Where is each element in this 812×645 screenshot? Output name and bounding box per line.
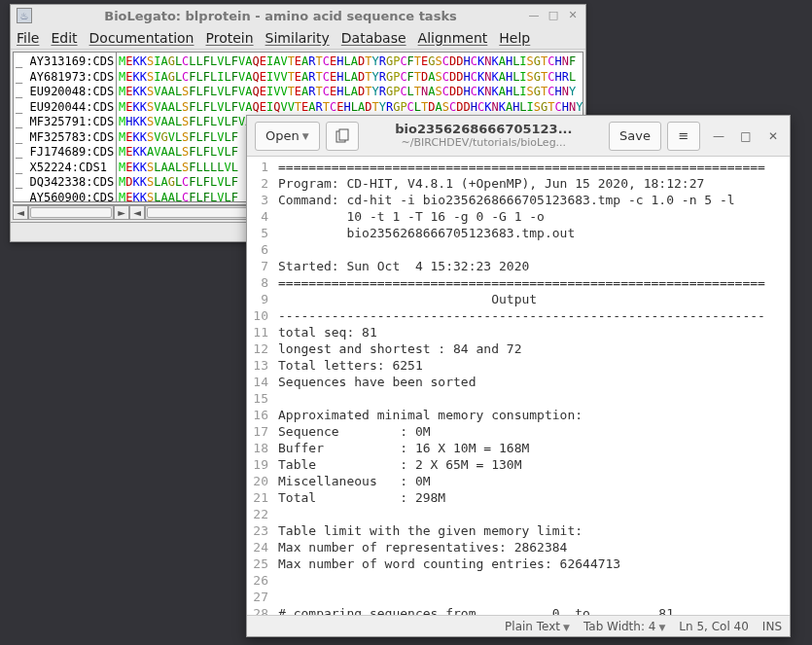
biolegato-menubar: File Edit Documentation Protein Similari… xyxy=(11,26,585,50)
sequence-label[interactable]: X52224:CDS1 xyxy=(16,161,116,176)
cursor-position[interactable]: Ln 5, Col 40 xyxy=(679,620,749,633)
chevron-down-icon: ▼ xyxy=(302,131,309,141)
chevron-down-icon: ▼ xyxy=(563,623,570,632)
chevron-down-icon: ▼ xyxy=(658,623,665,632)
sequence-row[interactable]: MEKKSIAGLCLLFLVLFVAQEIAVTEARTCEHLADTYRGP… xyxy=(119,54,583,70)
sequence-label[interactable]: EU920048:CDS xyxy=(16,85,116,100)
hamburger-icon: ≡ xyxy=(679,128,689,143)
menu-help[interactable]: Help xyxy=(499,30,530,46)
menu-file[interactable]: File xyxy=(17,30,39,46)
biolegato-title: BioLegato: blprotein - amino acid sequen… xyxy=(40,9,521,23)
sequence-row[interactable]: MEKKSVAALSFLFLVLFVAQEIVVTEARTCEHLADTYRGP… xyxy=(119,85,583,100)
sequence-label[interactable]: EU920044:CDS xyxy=(16,100,116,116)
syntax-selector[interactable]: Plain Text▼ xyxy=(505,620,570,633)
tabwidth-selector[interactable]: Tab Width: 4▼ xyxy=(583,620,665,633)
menu-similarity[interactable]: Similarity xyxy=(265,30,330,46)
menu-documentation[interactable]: Documentation xyxy=(89,30,194,46)
sequence-label[interactable]: DQ342338:CDS xyxy=(16,175,116,191)
editor-filename: bio2356268666705123... xyxy=(365,123,603,136)
close-button[interactable]: ✕ xyxy=(566,9,580,22)
sequence-label[interactable]: MF325783:CDS xyxy=(16,130,116,146)
sequence-label[interactable]: AY681973:CDS xyxy=(16,70,116,86)
editor-titlebar[interactable]: Open▼ bio2356268666705123... ~/BIRCHDEV/… xyxy=(247,116,790,157)
sequence-labels[interactable]: AY313169:CDSAY681973:CDSEU920048:CDSEU92… xyxy=(14,53,117,201)
editor-body: 1 2 3 4 5 6 7 8 9 10 11 12 13 14 15 16 1… xyxy=(247,157,790,615)
maximize-button[interactable]: □ xyxy=(547,9,560,22)
editor-statusbar: Plain Text▼ Tab Width: 4▼ Ln 5, Col 40 I… xyxy=(247,615,790,636)
svg-rect-1 xyxy=(339,129,348,140)
close-button[interactable]: ✕ xyxy=(764,129,782,143)
menu-database[interactable]: Database xyxy=(341,30,406,46)
insert-mode[interactable]: INS xyxy=(762,620,782,633)
menu-alignment[interactable]: Alignment xyxy=(418,30,488,46)
label-scrollbar[interactable] xyxy=(28,205,114,220)
line-number-gutter: 1 2 3 4 5 6 7 8 9 10 11 12 13 14 15 16 1… xyxy=(247,157,274,615)
hamburger-menu-button[interactable]: ≡ xyxy=(667,122,700,151)
editor-window: Open▼ bio2356268666705123... ~/BIRCHDEV/… xyxy=(246,115,791,637)
scroll-right-icon[interactable]: ► xyxy=(114,205,129,220)
java-icon: ♨ xyxy=(17,8,32,23)
save-button[interactable]: Save xyxy=(609,122,661,151)
maximize-button[interactable]: □ xyxy=(737,129,755,143)
syntax-label: Plain Text xyxy=(505,620,560,633)
editor-title-area: bio2356268666705123... ~/BIRCHDEV/tutori… xyxy=(365,123,603,150)
new-document-icon xyxy=(335,128,350,144)
new-tab-button[interactable] xyxy=(326,122,359,151)
sequence-row[interactable]: MEKKSVAALSFLFLVLFVAQEIQVVTEARTCEHLADTYRG… xyxy=(119,100,583,116)
scroll-left-icon[interactable]: ◄ xyxy=(13,205,28,220)
minimize-button[interactable]: — xyxy=(710,129,727,143)
biolegato-titlebar[interactable]: ♨ BioLegato: blprotein - amino acid sequ… xyxy=(11,5,585,26)
editor-text-area[interactable]: ========================================… xyxy=(274,157,790,615)
minimize-button[interactable]: — xyxy=(527,9,541,22)
sequence-label[interactable]: FJ174689:CDS xyxy=(16,145,116,161)
menu-protein[interactable]: Protein xyxy=(206,30,254,46)
sequence-row[interactable]: MEKKSIAGLCFLFLILFVAQEIVVTEARTCEHLADTYRGP… xyxy=(119,70,583,86)
open-label: Open xyxy=(265,128,300,143)
editor-filepath: ~/BIRCHDEV/tutorials/bioLeg... xyxy=(365,136,603,150)
menu-edit[interactable]: Edit xyxy=(51,30,77,46)
sequence-label[interactable]: AY313169:CDS xyxy=(16,54,116,70)
open-button[interactable]: Open▼ xyxy=(255,122,320,151)
sequence-label[interactable]: AY560900:CDS xyxy=(16,191,116,202)
scroll-left-icon[interactable]: ◄ xyxy=(129,205,145,220)
sequence-label[interactable]: MF325791:CDS xyxy=(16,115,116,130)
tabwidth-label: Tab Width: 4 xyxy=(583,620,655,633)
